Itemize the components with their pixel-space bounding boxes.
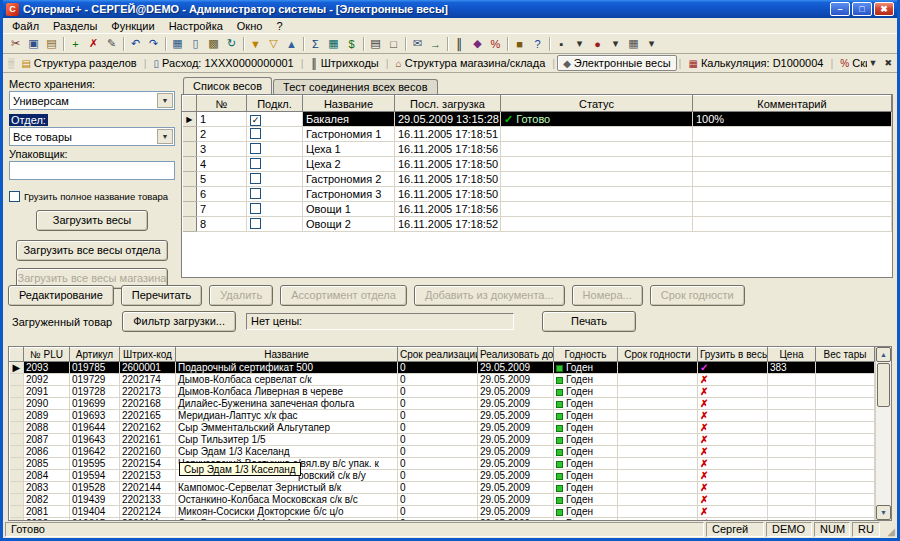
- storage-dropdown-arrow-icon[interactable]: ▼: [157, 93, 173, 108]
- print-preview-icon[interactable]: □: [385, 36, 402, 52]
- filter-clear-icon[interactable]: ▽: [265, 36, 282, 52]
- scales-column-header[interactable]: Статус: [501, 96, 693, 112]
- tab-electronic-scales[interactable]: ◆Электронные весы: [557, 55, 676, 71]
- goods-column-header[interactable]: Срок годности: [618, 348, 698, 362]
- grid-view-icon[interactable]: ▦: [169, 36, 186, 52]
- scales-column-header[interactable]: Подкл.: [247, 96, 303, 112]
- mail-icon[interactable]: ✉: [409, 36, 426, 52]
- menu-window[interactable]: Окно: [230, 19, 270, 33]
- goods-row[interactable]: 20810194042202124Микоян-Сосиски Докторск…: [10, 506, 875, 518]
- add-row-icon[interactable]: +: [67, 36, 84, 52]
- money-icon[interactable]: $: [343, 36, 360, 52]
- layout-dropdown-icon[interactable]: ▾: [643, 36, 660, 52]
- goods-column-header[interactable]: Реализовать до: [478, 348, 554, 362]
- scales-column-header[interactable]: Посл. загрузка: [395, 96, 501, 112]
- menu-settings[interactable]: Настройка: [162, 19, 230, 33]
- department-combobox[interactable]: Все товары ▼: [9, 127, 175, 146]
- goods-column-header[interactable]: Артикул: [70, 348, 120, 362]
- tabs-dropdown-icon[interactable]: ▼: [869, 58, 878, 68]
- tree-view-icon[interactable]: ▩: [205, 36, 222, 52]
- scale-connected-checkbox[interactable]: [250, 158, 261, 169]
- goods-column-header[interactable]: Название: [176, 348, 398, 362]
- packer-input[interactable]: [9, 161, 175, 180]
- full-name-checkbox[interactable]: [9, 191, 20, 202]
- goods-column-header[interactable]: Цена: [768, 348, 816, 362]
- tab-expense-doc[interactable]: ▯Расход: 1XXX0000000001: [149, 56, 299, 70]
- scales-row[interactable]: 2Гастрономия 116.11.2005 17:18:51: [183, 127, 892, 142]
- scale-connected-checkbox[interactable]: [250, 173, 261, 184]
- copy-icon[interactable]: ▣: [25, 36, 42, 52]
- goods-column-header[interactable]: Штрих-код: [120, 348, 176, 362]
- goods-column-header[interactable]: Вес тары: [816, 348, 875, 362]
- refresh-icon[interactable]: ↻: [223, 36, 240, 52]
- goods-row[interactable]: 20850195952202154Черкизовский-Вастушка с…: [10, 458, 875, 470]
- scales-row[interactable]: 3Цеха 116.11.2005 17:18:56: [183, 142, 892, 157]
- filter-set-icon[interactable]: ▼: [247, 36, 264, 52]
- close-button[interactable]: ✖: [874, 2, 894, 16]
- tab-store-structure[interactable]: ⌂Структура магазина/склада: [391, 56, 551, 70]
- full-name-checkbox-row[interactable]: Грузить полное название товара: [9, 191, 175, 202]
- scale-connected-checkbox[interactable]: [250, 143, 261, 154]
- menu-sections[interactable]: Разделы: [46, 19, 104, 33]
- scale-connected-checkbox[interactable]: [250, 128, 261, 139]
- edit-button[interactable]: Редактирование: [8, 285, 114, 306]
- reread-button[interactable]: Перечитать: [121, 285, 202, 306]
- layout-icon[interactable]: ▦: [625, 36, 642, 52]
- storage-combobox[interactable]: Универсам ▼: [9, 91, 175, 110]
- card-view-icon[interactable]: ▯: [187, 36, 204, 52]
- sort-asc-icon[interactable]: ▲: [283, 36, 300, 52]
- goods-row[interactable]: 20820194392202133Останкино-Колбаса Моско…: [10, 494, 875, 506]
- discount-icon[interactable]: %: [487, 36, 504, 52]
- edit-row-icon[interactable]: ✎: [103, 36, 120, 52]
- goods-column-header[interactable]: Годность: [554, 348, 618, 362]
- goods-row[interactable]: 20840195942202153ровский с/к в/у029.05.2…: [10, 470, 875, 482]
- lock-icon[interactable]: ■: [511, 36, 528, 52]
- load-all-dept-scales-button[interactable]: Загрузить все весы отдела: [16, 240, 168, 261]
- calculator-icon[interactable]: ▦: [325, 36, 342, 52]
- goods-row[interactable]: 20890196932202165Меридиан-Лаптус х/к фас…: [10, 410, 875, 422]
- scales-column-header[interactable]: №: [197, 96, 247, 112]
- goods-column-header[interactable]: Грузить в весы: [698, 348, 768, 362]
- goods-row[interactable]: 20800193152202111Сыр Голандский Мены 1кг…: [10, 518, 875, 521]
- barcode-icon[interactable]: ║: [451, 36, 468, 52]
- view-mode-icon[interactable]: ▪: [553, 36, 570, 52]
- goods-row[interactable]: 20910197282202173Дымов-Колбаса Ливерная …: [10, 386, 875, 398]
- tab-sections-structure[interactable]: ▤Структура разделов: [16, 56, 141, 70]
- tab-barcodes[interactable]: ║Штрихкоды: [306, 56, 384, 70]
- goods-row[interactable]: 20870196432202161Сыр Тильзитер 1/5029.05…: [10, 434, 875, 446]
- tab-scales-connection-test[interactable]: Тест соединения всех весов: [273, 79, 438, 94]
- scale-connected-checkbox[interactable]: [250, 188, 261, 199]
- goods-column-header[interactable]: Срок реализации: [398, 348, 478, 362]
- delete-row-icon[interactable]: ✗: [85, 36, 102, 52]
- scroll-up-icon[interactable]: ▲: [876, 347, 891, 362]
- scales-column-header[interactable]: Название: [303, 96, 395, 112]
- tab-calculation[interactable]: ▦Калькуляция: D1000004: [683, 56, 828, 70]
- scrollbar-thumb[interactable]: [877, 363, 890, 407]
- marker-dropdown-icon[interactable]: ▾: [607, 36, 624, 52]
- menu-functions[interactable]: Функции: [104, 19, 161, 33]
- export-icon[interactable]: →: [427, 36, 444, 52]
- goods-row[interactable]: 20900196992202168Дилайес-Буженина запече…: [10, 398, 875, 410]
- goods-row[interactable]: 20920197292202174Дымов-Колбаса сервелат …: [10, 374, 875, 386]
- scale-connected-checkbox[interactable]: ✓: [250, 115, 261, 126]
- load-filter-button[interactable]: Фильтр загрузки...: [122, 311, 236, 332]
- vertical-scrollbar[interactable]: ▲ ▼: [875, 347, 891, 520]
- goods-row[interactable]: 20860196422202160Сыр Эдам 1/3 Каселанд02…: [10, 446, 875, 458]
- tab-discounts[interactable]: %Скидки: [835, 56, 866, 70]
- maximize-button[interactable]: □: [852, 2, 872, 16]
- help-tool-icon[interactable]: ?: [529, 36, 546, 52]
- scales-row[interactable]: 4Цеха 216.11.2005 17:18:50: [183, 157, 892, 172]
- scales-icon[interactable]: ◆: [469, 36, 486, 52]
- department-dropdown-arrow-icon[interactable]: ▼: [157, 129, 173, 144]
- cut-icon[interactable]: ✂: [7, 36, 24, 52]
- paste-icon[interactable]: ▤: [43, 36, 60, 52]
- undo-icon[interactable]: ↶: [127, 36, 144, 52]
- goods-row[interactable]: ▶20930197852600001Подарочный сертификат …: [10, 362, 875, 374]
- redo-icon[interactable]: ↷: [145, 36, 162, 52]
- menu-help[interactable]: ?: [269, 19, 289, 33]
- menu-file[interactable]: Файл: [5, 19, 46, 33]
- scales-column-header[interactable]: Комментарий: [693, 96, 892, 112]
- goods-row[interactable]: 20830195282202144Кампомос-Сервелат Зерни…: [10, 482, 875, 494]
- goods-column-header[interactable]: № PLU: [24, 348, 70, 362]
- scroll-down-icon[interactable]: ▼: [876, 505, 891, 520]
